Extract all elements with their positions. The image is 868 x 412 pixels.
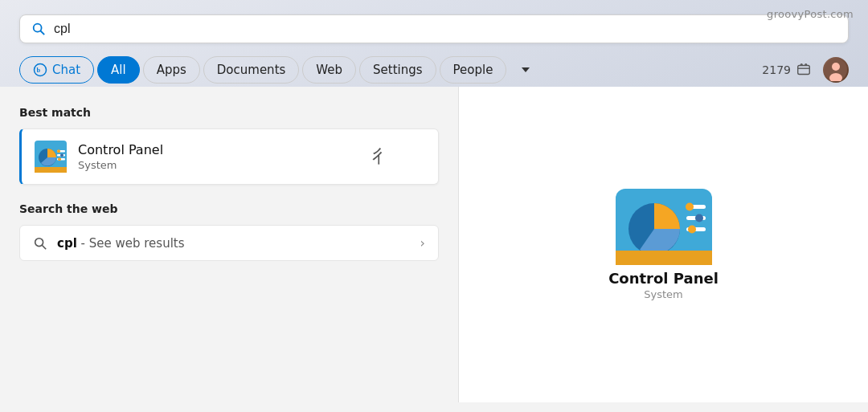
watermark: groovyPost.com bbox=[767, 8, 854, 20]
search-wrapper: b Chat All Apps Documents Web Settings P… bbox=[0, 0, 868, 87]
tab-people[interactable]: People bbox=[440, 56, 507, 84]
counter-badge[interactable]: 2179 bbox=[762, 62, 812, 78]
web-search-icon bbox=[33, 236, 47, 251]
tab-settings[interactable]: Settings bbox=[359, 56, 436, 84]
svg-text:b: b bbox=[37, 67, 41, 74]
best-match-item[interactable]: Control Panel System ⼻ bbox=[19, 128, 439, 185]
svg-marker-4 bbox=[522, 67, 530, 72]
right-panel-app-name: Control Panel bbox=[608, 270, 719, 287]
svg-point-8 bbox=[832, 63, 840, 71]
search-web-label: Search the web bbox=[19, 202, 439, 215]
best-match-name: Control Panel bbox=[78, 142, 163, 157]
svg-point-27 bbox=[686, 203, 694, 211]
tab-chat-label: Chat bbox=[52, 63, 80, 77]
tab-web-label: Web bbox=[316, 63, 342, 77]
search-bar bbox=[19, 14, 849, 43]
best-match-info: Control Panel System bbox=[78, 142, 163, 171]
tab-web[interactable]: Web bbox=[302, 56, 356, 84]
best-match-label: Best match bbox=[19, 106, 439, 119]
tab-documents[interactable]: Documents bbox=[203, 56, 300, 84]
svg-point-17 bbox=[58, 157, 61, 161]
tab-all[interactable]: All bbox=[97, 56, 140, 84]
tab-apps[interactable]: Apps bbox=[143, 56, 200, 84]
counter-value: 2179 bbox=[762, 63, 791, 76]
tab-chat[interactable]: b Chat bbox=[19, 56, 94, 84]
control-panel-icon-small bbox=[35, 141, 67, 173]
right-panel-app-type: System bbox=[644, 288, 682, 300]
cursor-indicator: ⼻ bbox=[372, 145, 390, 169]
tabs-row: b Chat All Apps Documents Web Settings P… bbox=[19, 56, 849, 87]
search-icon bbox=[31, 22, 46, 36]
web-search-text: cpl - See web results bbox=[57, 236, 420, 251]
svg-point-29 bbox=[688, 226, 696, 234]
svg-rect-19 bbox=[35, 167, 67, 173]
svg-point-15 bbox=[57, 149, 60, 153]
right-panel: Control Panel System bbox=[458, 87, 868, 402]
search-input[interactable] bbox=[54, 22, 837, 36]
left-panel: Best match bbox=[0, 87, 458, 402]
svg-rect-5 bbox=[798, 66, 810, 75]
main-area: Best match bbox=[0, 87, 868, 402]
control-panel-icon-large bbox=[616, 189, 712, 265]
more-button[interactable] bbox=[513, 57, 538, 83]
svg-line-1 bbox=[40, 31, 44, 35]
web-search-item[interactable]: cpl - See web results › bbox=[19, 225, 439, 261]
tab-settings-label: Settings bbox=[373, 63, 423, 77]
avatar[interactable] bbox=[823, 57, 849, 83]
tab-apps-label: Apps bbox=[157, 63, 186, 77]
best-match-type: System bbox=[78, 159, 163, 171]
svg-line-21 bbox=[42, 245, 46, 249]
svg-point-20 bbox=[35, 238, 43, 246]
tab-people-label: People bbox=[453, 63, 493, 77]
tab-documents-label: Documents bbox=[217, 63, 286, 77]
svg-point-28 bbox=[695, 214, 703, 222]
svg-point-16 bbox=[60, 153, 63, 157]
svg-point-0 bbox=[34, 24, 42, 32]
tab-all-label: All bbox=[111, 63, 126, 77]
web-chevron-icon: › bbox=[420, 235, 425, 251]
